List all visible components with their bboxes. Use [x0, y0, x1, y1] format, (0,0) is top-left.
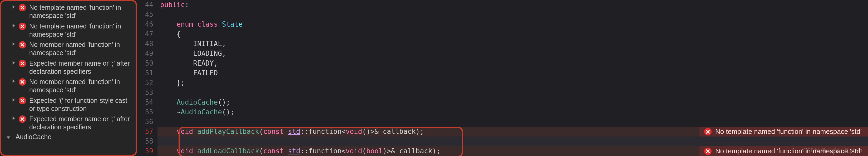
error-icon: [19, 41, 26, 49]
error-icon: [704, 148, 712, 155]
code-line[interactable]: enum class State: [157, 20, 868, 29]
line-number: 53: [137, 88, 153, 97]
code-line[interactable]: LOADING,: [157, 49, 868, 59]
file-label: AudioCache: [16, 133, 51, 141]
chevron-right-icon: [12, 79, 17, 83]
issue-text: No template named 'function' in namespac…: [29, 22, 133, 39]
issue-row[interactable]: No member named 'function' in namespace …: [1, 77, 135, 95]
code-line[interactable]: [157, 88, 868, 97]
text-caret: [163, 137, 163, 146]
code-line[interactable]: };: [157, 78, 868, 88]
issue-row[interactable]: Expected '(' for function-style cast or …: [1, 95, 135, 114]
issue-row[interactable]: Expected member name or ';' after declar…: [1, 58, 135, 77]
code-line[interactable]: {: [157, 29, 868, 39]
code-line[interactable]: READY,: [157, 59, 868, 68]
line-number: 44: [137, 0, 153, 10]
line-number: 59: [137, 146, 153, 156]
line-number: 57: [137, 127, 153, 136]
line-number-gutter: 44454647484950515253545556575859: [137, 0, 157, 156]
line-number: 58: [137, 136, 153, 146]
issue-row[interactable]: No template named 'function' in namespac…: [1, 21, 135, 40]
error-icon: [19, 4, 26, 11]
chevron-down-icon: [7, 136, 12, 139]
error-icon: [19, 60, 26, 67]
issue-text: Expected member name or ';' after declar…: [29, 59, 133, 76]
chevron-right-icon: [12, 24, 17, 27]
issue-row[interactable]: No template named 'function' in namespac…: [1, 2, 135, 21]
code-line[interactable]: ~AudioCache();: [157, 107, 868, 117]
line-number: 51: [137, 68, 153, 78]
error-icon: [19, 97, 26, 104]
issue-row[interactable]: Expected member name or ';' after declar…: [1, 114, 135, 132]
error-icon: [704, 128, 712, 135]
line-number: 47: [137, 29, 153, 39]
chevron-right-icon: [12, 98, 17, 102]
watermark: CSDN @意念回复ptain: [803, 147, 863, 154]
code-line[interactable]: [157, 10, 868, 20]
line-number: 49: [137, 49, 153, 59]
issues-sidebar: No template named 'function' in namespac…: [0, 0, 137, 156]
code-line[interactable]: AudioCache();: [157, 97, 868, 107]
issue-text: No member named 'function' in namespace …: [29, 78, 133, 94]
inline-error-banner[interactable]: No template named 'function' in namespac…: [700, 127, 868, 136]
issue-text: Expected '(' for function-style cast or …: [29, 96, 133, 113]
error-icon: [19, 116, 26, 123]
line-number: 48: [137, 39, 153, 49]
chevron-right-icon: [12, 61, 17, 65]
issue-text: Expected member name or ';' after declar…: [29, 115, 133, 131]
code-line[interactable]: FAILED: [157, 68, 868, 78]
inline-error-text: No template named 'function' in namespac…: [715, 128, 862, 136]
line-number: 54: [137, 97, 153, 107]
error-icon: [19, 78, 26, 86]
code-line[interactable]: [157, 136, 868, 146]
line-number: 55: [137, 107, 153, 117]
line-number: 50: [137, 59, 153, 68]
line-number: 56: [137, 117, 153, 127]
code-editor[interactable]: 44454647484950515253545556575859 public:…: [137, 0, 868, 156]
chevron-right-icon: [12, 117, 17, 120]
issue-text: No template named 'function' in namespac…: [29, 3, 133, 20]
issue-text: No member named 'function' in namespace …: [29, 40, 133, 57]
line-number: 52: [137, 78, 153, 88]
file-tree-item[interactable]: AudioCache: [1, 132, 135, 141]
code-line[interactable]: public:: [157, 0, 868, 10]
code-line[interactable]: [157, 117, 868, 127]
line-number: 45: [137, 10, 153, 20]
chevron-right-icon: [12, 42, 17, 46]
error-icon: [19, 23, 26, 30]
line-number: 46: [137, 20, 153, 29]
code-area[interactable]: public: enum class State { INITIAL, LOAD…: [157, 0, 868, 156]
issue-row[interactable]: No member named 'function' in namespace …: [1, 39, 135, 58]
chevron-right-icon: [12, 5, 17, 9]
code-line[interactable]: INITIAL,: [157, 39, 868, 49]
